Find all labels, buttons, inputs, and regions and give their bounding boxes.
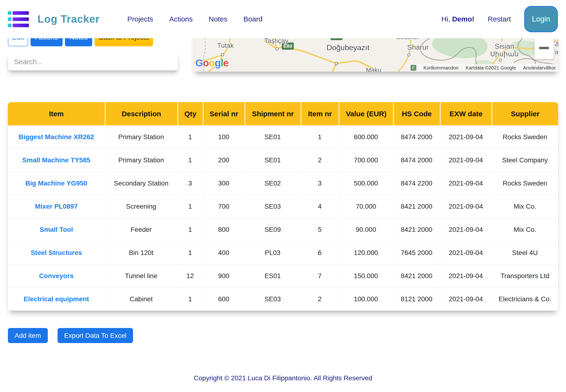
- table-cell: 900: [203, 264, 244, 287]
- header-item-nr: Item nr: [301, 102, 339, 125]
- nav-link-notes[interactable]: Notes: [209, 15, 227, 23]
- header-shipment-nr: Shipment nr: [244, 102, 301, 125]
- table-cell: 2021-09-04: [440, 195, 492, 218]
- table-cell: 8421 2000: [393, 218, 440, 241]
- item-link[interactable]: Conveyors: [39, 272, 73, 280]
- header-supplier: Supplier: [492, 102, 558, 125]
- item-link[interactable]: Electrical equipment: [24, 295, 89, 303]
- table-row: Small Machine TY585Primary Station1200SE…: [8, 149, 558, 172]
- header-value-eur: Value (EUR): [339, 102, 393, 125]
- map-border-line: [514, 59, 554, 64]
- map-label-sisian-armenian: Սիսիան: [490, 50, 519, 58]
- item-link[interactable]: Mixer PL0897: [35, 203, 78, 210]
- table-cell: 2021-09-04: [440, 172, 492, 195]
- table-cell: Mix Co.: [492, 218, 558, 241]
- user-name: Demo!: [452, 15, 474, 23]
- item-link[interactable]: Steel Structures: [30, 249, 82, 256]
- item-cell: Big Machine YG950: [8, 172, 105, 195]
- item-link[interactable]: Small Machine TY585: [22, 156, 90, 164]
- table-cell: Transporters Ltd: [492, 264, 558, 287]
- login-button[interactable]: Login: [524, 6, 558, 32]
- item-link[interactable]: Small Tool: [40, 226, 73, 233]
- navbar: Log Tracker Projects Actions Notes Board…: [0, 0, 566, 38]
- table-cell: 2021-09-04: [440, 149, 492, 172]
- table-cell: 1: [177, 149, 203, 172]
- table-cell: 2021-09-04: [440, 125, 492, 149]
- table-cell: 5: [301, 218, 339, 241]
- table-cell: 8474 2200: [393, 172, 440, 195]
- main-nav: Projects Actions Notes Board: [127, 0, 262, 38]
- table-cell: 2021-09-04: [440, 287, 492, 311]
- table-cell: 700.000: [339, 149, 393, 172]
- table-cell: Tunnel line: [105, 264, 177, 287]
- add-item-button[interactable]: Add item: [8, 328, 48, 343]
- table-cell: 8474 2000: [393, 125, 440, 149]
- table-cell: Rocks Sweden: [492, 125, 558, 149]
- table-cell: 4: [301, 195, 339, 218]
- table-cell: 120.000: [339, 241, 393, 264]
- google-logo[interactable]: Google: [195, 57, 228, 69]
- item-cell: Small Tool: [8, 218, 105, 241]
- nav-link-projects[interactable]: Projects: [127, 15, 153, 23]
- export-excel-button[interactable]: Export Data To Excel: [57, 328, 133, 343]
- map-terms-link[interactable]: Användarvillkor: [523, 65, 556, 71]
- table-header-row: Item Description Qty Serial nr Shipment …: [8, 102, 558, 125]
- table-cell: 7: [301, 264, 339, 287]
- table-row: Electrical equipmentCabinet1600SE032100.…: [8, 287, 558, 311]
- table-cell: Rocks Sweden: [492, 172, 558, 195]
- map-keyboard-shortcuts-link[interactable]: Kortkommandon: [424, 65, 459, 71]
- map-label-edge-partial: in: [555, 48, 558, 56]
- table-cell: 150.000: [339, 264, 393, 287]
- table-cell: 1: [177, 195, 203, 218]
- nav-right: Hi,Demo! Restart Login: [441, 0, 558, 38]
- table-cell: SE01: [244, 149, 301, 172]
- table-cell: 1: [177, 287, 203, 311]
- table-cell: 2: [301, 149, 339, 172]
- table-cell: SE09: [244, 218, 301, 241]
- map-label-edge-partial: är: [555, 40, 558, 48]
- table-cell: Cabinet: [105, 287, 177, 311]
- table-cell: SE03: [244, 287, 301, 311]
- map-town-dot: [499, 59, 502, 61]
- item-cell: Small Machine TY585: [8, 149, 105, 172]
- nav-link-actions[interactable]: Actions: [169, 15, 193, 23]
- map-data-attribution: Kartdata ©2021 Google: [466, 65, 516, 71]
- footer-copyright: Copyright © 2021 Luca Di Filippantonio. …: [0, 374, 566, 382]
- table-cell: SE02: [244, 172, 301, 195]
- item-link[interactable]: Big Machine YG950: [25, 180, 87, 187]
- table-cell: 100.000: [339, 287, 393, 311]
- table-cell: 8421 2000: [393, 264, 440, 287]
- table-cell: SE03: [244, 195, 301, 218]
- table-cell: 2021-09-04: [440, 264, 492, 287]
- map-town-dot: [335, 62, 338, 65]
- table-cell: Primary Station: [105, 125, 177, 149]
- nav-link-board[interactable]: Board: [243, 15, 262, 23]
- table-cell: 70.000: [339, 195, 393, 218]
- table-cell: SE01: [244, 125, 301, 149]
- table-cell: 200: [203, 149, 244, 172]
- table-cell: 8421 2000: [393, 195, 440, 218]
- map-attribution: E Kortkommandon Kartdata ©2021 Google An…: [409, 64, 558, 72]
- table-cell: 3: [301, 172, 339, 195]
- table-cell: 90.000: [339, 218, 393, 241]
- search-input[interactable]: [8, 53, 178, 70]
- table-cell: Screening: [105, 195, 177, 218]
- header-description: Description: [105, 102, 177, 125]
- table-cell: 1: [301, 125, 339, 149]
- table-row: ConveyorsTunnel line12900ES017150.000842…: [8, 264, 558, 287]
- brand-logo[interactable]: Log Tracker: [8, 0, 99, 38]
- table-row: Big Machine YG950Secondary Station3300SE…: [8, 172, 558, 195]
- header-serial-nr: Serial nr: [203, 102, 244, 125]
- table-cell: 600.000: [339, 125, 393, 149]
- table-cell: 400: [203, 241, 244, 264]
- table-cell: Electricians & Co.: [492, 287, 558, 311]
- brand-title: Log Tracker: [38, 13, 99, 25]
- table-cell: 12: [177, 264, 203, 287]
- table-row: Mixer PL0897Screening1700SE03470.0008421…: [8, 195, 558, 218]
- table-cell: 2: [301, 287, 339, 311]
- map-label-sharur: Sharur: [407, 43, 429, 51]
- restart-link[interactable]: Restart: [488, 15, 511, 23]
- table-cell: 2021-09-04: [440, 241, 492, 264]
- header-exw-date: EXW date: [440, 102, 492, 125]
- item-link[interactable]: Biggest Machine XR262: [19, 133, 94, 140]
